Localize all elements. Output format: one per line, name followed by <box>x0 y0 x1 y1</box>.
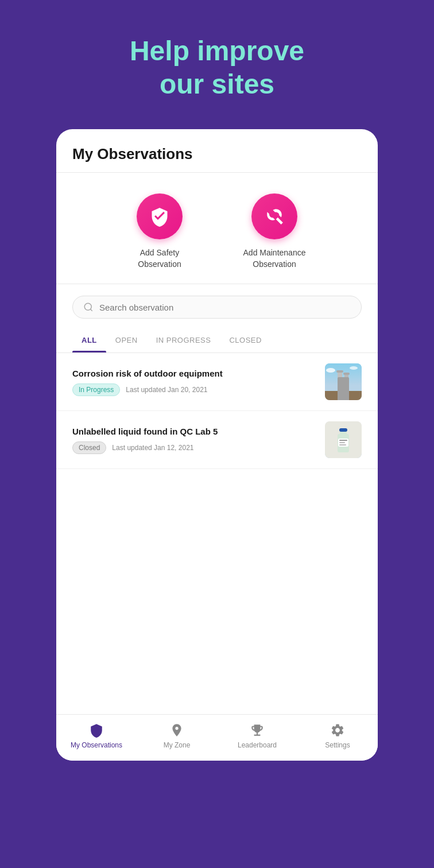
observation-title: Corrosion risk of outdoor equipment <box>72 368 316 379</box>
observation-thumbnail <box>325 363 362 400</box>
table-row[interactable]: Unlabelled liquid found in QC Lab 5 Clos… <box>56 411 378 469</box>
add-safety-observation-button[interactable]: Add Safety Observation <box>125 193 194 270</box>
observations-list: Corrosion risk of outdoor equipment In P… <box>56 353 378 714</box>
safety-btn-label: Add Safety Observation <box>138 247 181 270</box>
svg-rect-8 <box>340 379 346 381</box>
svg-rect-17 <box>339 440 347 441</box>
status-badge: In Progress <box>72 383 120 396</box>
main-card: My Observations Add Safety Observation <box>56 129 378 761</box>
shield-nav-icon <box>89 723 104 738</box>
observation-meta: Closed Last updated Jan 12, 2021 <box>72 441 316 454</box>
tab-all[interactable]: ALL <box>72 328 106 352</box>
svg-rect-15 <box>339 428 347 432</box>
nav-item-my-observations[interactable]: My Observations <box>68 723 125 749</box>
add-maintenance-observation-button[interactable]: Add Maintenance Observation <box>240 193 309 270</box>
observation-date: Last updated Jan 20, 2021 <box>126 386 207 394</box>
svg-point-0 <box>84 304 91 311</box>
observation-date: Last updated Jan 12, 2021 <box>112 444 193 452</box>
search-icon <box>83 302 94 312</box>
search-input[interactable] <box>99 303 351 312</box>
svg-rect-6 <box>344 374 348 393</box>
svg-point-10 <box>326 368 335 373</box>
svg-rect-9 <box>340 384 346 386</box>
bottom-nav: My Observations My Zone Leaderboard Sett… <box>56 714 378 761</box>
shield-icon <box>149 206 170 227</box>
nav-item-my-zone[interactable]: My Zone <box>148 723 206 749</box>
tab-closed[interactable]: CLOSED <box>220 328 270 352</box>
card-header: My Observations <box>56 129 378 173</box>
search-section <box>56 284 378 319</box>
location-nav-icon <box>169 723 184 738</box>
page-header: Help improve our sites <box>130 34 304 129</box>
search-input-wrapper <box>72 296 362 319</box>
svg-rect-3 <box>325 391 362 400</box>
svg-rect-4 <box>338 371 342 393</box>
observation-title: Unlabelled liquid found in QC Lab 5 <box>72 426 316 437</box>
svg-point-11 <box>350 366 358 370</box>
observation-thumbnail <box>325 421 362 458</box>
table-row[interactable]: Corrosion risk of outdoor equipment In P… <box>56 353 378 411</box>
nav-label-leaderboard: Leaderboard <box>238 741 277 749</box>
card-title: My Observations <box>72 145 193 162</box>
maintenance-btn-label: Add Maintenance Observation <box>243 247 306 270</box>
svg-rect-18 <box>339 442 345 443</box>
svg-rect-5 <box>336 370 343 373</box>
bottle-thumbnail <box>325 421 362 458</box>
header-title-line1: Help improve <box>130 36 304 66</box>
nav-label-settings: Settings <box>325 741 350 749</box>
wrench-icon <box>264 206 285 227</box>
tab-open[interactable]: OPEN <box>106 328 147 352</box>
svg-line-1 <box>90 309 92 311</box>
action-buttons-row: Add Safety Observation Add Maintenance O… <box>56 173 378 284</box>
tabs-row: ALL OPEN IN PROGRESS CLOSED <box>56 328 378 353</box>
nav-label-my-observations: My Observations <box>71 741 122 749</box>
nav-item-settings[interactable]: Settings <box>309 723 366 749</box>
observation-content: Unlabelled liquid found in QC Lab 5 Clos… <box>72 426 316 455</box>
observation-content: Corrosion risk of outdoor equipment In P… <box>72 368 316 397</box>
trophy-nav-icon <box>250 723 265 738</box>
safety-icon-circle <box>137 193 183 239</box>
tab-in-progress[interactable]: IN PROGRESS <box>147 328 220 352</box>
maintenance-icon-circle <box>251 193 297 239</box>
nav-label-my-zone: My Zone <box>164 741 191 749</box>
industrial-thumbnail <box>325 363 362 400</box>
observation-meta: In Progress Last updated Jan 20, 2021 <box>72 383 316 396</box>
nav-item-leaderboard[interactable]: Leaderboard <box>228 723 286 749</box>
header-title-line2: our sites <box>160 69 274 99</box>
svg-rect-7 <box>343 373 350 375</box>
status-badge: Closed <box>72 441 106 454</box>
gear-nav-icon <box>330 723 345 738</box>
svg-rect-19 <box>339 444 346 445</box>
